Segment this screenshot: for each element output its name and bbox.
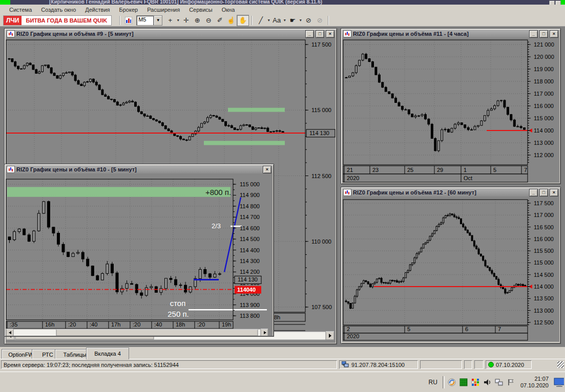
menu-create-window[interactable]: Создать окно xyxy=(37,6,80,14)
svg-text:114 700: 114 700 xyxy=(240,214,260,220)
svg-text:112 500: 112 500 xyxy=(311,173,331,179)
svg-text:117 500: 117 500 xyxy=(534,200,554,206)
chart-window-9-titlebar[interactable]: RIZ0 График цены и объёма #9 - [5 минут]… xyxy=(6,30,336,38)
svg-text::40: :40 xyxy=(154,321,162,328)
svg-text:113 500: 113 500 xyxy=(534,295,554,301)
menu-services[interactable]: Сервисы xyxy=(185,6,217,14)
interval-dropdown-icon[interactable]: ▼ xyxy=(154,15,162,26)
chart-type-icon[interactable] xyxy=(123,15,134,26)
chart-window-10[interactable]: RIZ0 График цены и объёма #10 - [5 минут… xyxy=(4,164,274,337)
svg-text:116 000: 116 000 xyxy=(534,236,554,242)
menu-actions[interactable]: Действия xyxy=(81,6,114,14)
minimize-button[interactable]: _ xyxy=(305,30,314,38)
drag-hand-tool[interactable]: ✋ xyxy=(237,15,249,26)
tab-vkladka-4[interactable]: Вкладка 4 xyxy=(86,347,129,359)
maximize-button[interactable]: □ xyxy=(316,30,324,38)
menu-windows[interactable]: Окна xyxy=(218,6,239,14)
cursor-caret-icon[interactable]: ▾ xyxy=(298,15,303,26)
svg-text:121 000: 121 000 xyxy=(534,41,554,48)
svg-text:114040: 114040 xyxy=(237,287,256,293)
maximize-button[interactable]: □ xyxy=(539,189,548,197)
zoom-in-tool[interactable]: ⊕ xyxy=(192,15,203,26)
svg-text:115 000: 115 000 xyxy=(240,181,260,187)
svg-text::40: :40 xyxy=(90,321,97,328)
point-hand-tool[interactable]: ☝ xyxy=(225,15,237,26)
windows-taskbar: RU 21:07 07.10.2020 xyxy=(0,372,565,392)
connection-address: 91.207.78.204:15100 xyxy=(351,362,405,368)
move-tool[interactable]: ✛ xyxy=(180,15,192,26)
svg-text:2/3: 2/3 xyxy=(212,222,221,230)
cube-tray-icon[interactable] xyxy=(471,378,480,387)
candlestick-chart-10[interactable]: +800 п.2/3стоп250 п.115 000114 900114 80… xyxy=(6,173,273,336)
minimize-button[interactable]: _ xyxy=(529,30,538,38)
show-desktop-icon[interactable] xyxy=(554,378,564,387)
menu-extensions[interactable]: Расширения xyxy=(143,6,184,14)
svg-text:1: 1 xyxy=(464,167,467,173)
svg-text:114 900: 114 900 xyxy=(240,192,260,198)
maximize-button[interactable]: □ xyxy=(539,30,548,38)
app-close-button[interactable] xyxy=(555,1,561,5)
svg-text:117 500: 117 500 xyxy=(311,41,331,48)
app-maximize-button[interactable] xyxy=(549,1,555,5)
interval-value[interactable]: M5 xyxy=(136,15,154,26)
svg-text:118 000: 118 000 xyxy=(534,78,554,84)
chart-window-11-titlebar[interactable]: RIZ0 График цены и объёма #11 - [4 часа]… xyxy=(342,30,559,38)
crosshair-tool[interactable]: + xyxy=(164,15,176,26)
menu-broker[interactable]: Брокер xyxy=(115,6,142,14)
resize-grip[interactable] xyxy=(557,361,564,368)
svg-text::20: :20 xyxy=(197,321,205,328)
language-indicator[interactable]: RU xyxy=(427,378,440,387)
close-button[interactable]: × xyxy=(263,166,271,173)
toolbar-separator xyxy=(328,16,329,25)
svg-text:112 500: 112 500 xyxy=(534,319,554,325)
ruler-tool[interactable]: ✐ xyxy=(214,15,225,26)
svg-text:5: 5 xyxy=(493,167,496,173)
hide-drawings-tool[interactable]: ⊘ xyxy=(303,15,314,26)
flag-tray-icon[interactable] xyxy=(507,378,515,387)
chart-window-12[interactable]: RIZ0 График цены и объёма #12 - [60 мину… xyxy=(341,187,561,344)
zoom-out-tool[interactable]: ⊖ xyxy=(203,15,214,26)
svg-text:114 500: 114 500 xyxy=(534,272,554,278)
crosshair-caret-icon[interactable]: ▾ xyxy=(176,15,180,26)
close-button[interactable]: × xyxy=(550,189,558,197)
candlestick-chart-11[interactable]: 121 000120 000119 000118 000117 000116 0… xyxy=(342,38,559,183)
text-draw-caret-icon[interactable]: ▾ xyxy=(282,15,287,26)
quotes-tray-icon[interactable] xyxy=(459,378,468,387)
app-tray-icon[interactable] xyxy=(448,378,456,387)
svg-text:7: 7 xyxy=(498,326,501,332)
svg-text:112 000: 112 000 xyxy=(534,152,554,158)
server-time-text: Время сервера: 19:07:23; последняя получ… xyxy=(4,362,179,368)
quik-terminal: { "app": { "title": "[Кирпичников Геннад… xyxy=(0,0,565,392)
svg-text:114 600: 114 600 xyxy=(240,225,260,231)
chart-window-icon xyxy=(7,30,15,37)
svg-text:18h: 18h xyxy=(176,321,185,328)
promo-text: БИТВА ГОДА В ВАШЕМ QUIK xyxy=(22,17,111,24)
menu-system[interactable]: Система xyxy=(5,6,36,14)
candlestick-chart-12[interactable]: 117 500117 000116 500116 000115 500115 0… xyxy=(342,197,559,342)
promo-banner[interactable]: ЛЧИ БИТВА ГОДА В ВАШЕМ QUIK xyxy=(3,15,112,26)
chart-window-12-titlebar[interactable]: RIZ0 График цены и объёма #12 - [60 мину… xyxy=(342,188,559,197)
interval-combo[interactable]: M5 ▼ xyxy=(136,15,162,26)
text-draw-tool[interactable]: Aa xyxy=(271,15,282,26)
svg-text:23: 23 xyxy=(372,167,379,173)
minimize-button[interactable]: _ xyxy=(529,189,538,197)
svg-text:2020: 2020 xyxy=(347,333,359,339)
svg-text:113 000: 113 000 xyxy=(534,140,554,146)
close-button[interactable]: × xyxy=(550,30,558,38)
svg-text:114 130: 114 130 xyxy=(238,276,258,282)
chart-window-10-body: +800 п.2/3стоп250 п.115 000114 900114 80… xyxy=(6,173,273,336)
cursor-tool[interactable]: ☛ xyxy=(287,15,298,26)
erase-drawings-tool[interactable]: ⊘ xyxy=(314,15,325,26)
line-draw-caret-icon[interactable]: ▾ xyxy=(266,15,271,26)
svg-text:120 000: 120 000 xyxy=(534,54,554,60)
svg-text:2: 2 xyxy=(347,326,350,332)
close-button[interactable]: × xyxy=(326,30,334,38)
network-tray-icon[interactable] xyxy=(495,378,504,387)
chart-window-11[interactable]: RIZ0 График цены и объёма #11 - [4 часа]… xyxy=(341,28,561,184)
volume-tray-icon[interactable] xyxy=(483,378,492,387)
svg-text:114 800: 114 800 xyxy=(240,203,260,209)
chart-window-10-titlebar[interactable]: RIZ0 График цены и объёма #10 - [5 минут… xyxy=(6,165,273,173)
line-draw-tool[interactable]: ╱ xyxy=(255,15,266,26)
chart-window-icon xyxy=(343,30,351,37)
svg-text:114 400: 114 400 xyxy=(240,247,260,253)
